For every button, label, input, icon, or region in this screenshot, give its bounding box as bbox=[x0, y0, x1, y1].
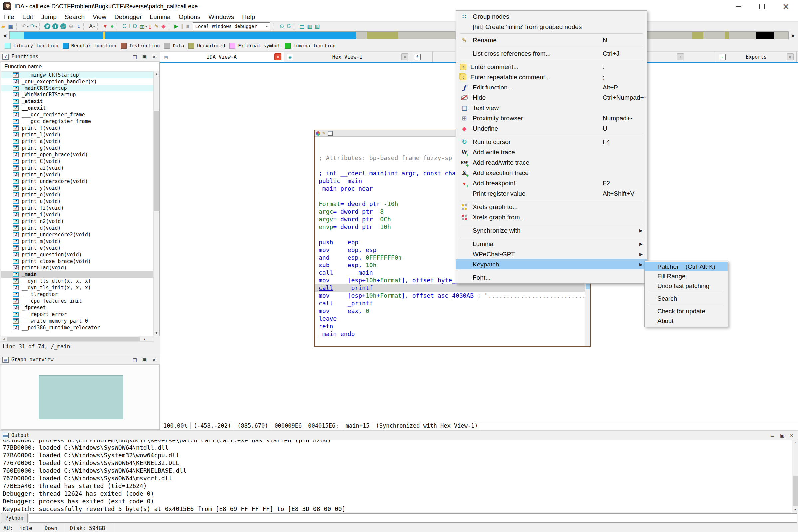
menu-item-text-view[interactable]: ▤Text view bbox=[456, 103, 647, 113]
function-row[interactable]: f_mainCRTStartup bbox=[1, 85, 160, 92]
tab-close-icon[interactable]: × bbox=[274, 53, 281, 60]
menu-item-proximity-browser[interactable]: ⊞Proximity browserNumpad+- bbox=[456, 113, 647, 124]
menu-item-undefine[interactable]: ◆UndefineU bbox=[456, 124, 647, 134]
maximize-button[interactable] bbox=[750, 0, 774, 13]
menu-edit[interactable]: Edit bbox=[18, 13, 37, 21]
function-row[interactable]: fprint_y(void) bbox=[1, 185, 160, 191]
step-into-icon[interactable]: ▤ bbox=[299, 24, 304, 29]
tab-Hex View-1[interactable]: ◉Hex View-1× bbox=[284, 52, 411, 62]
function-row[interactable]: fprint_question(void) bbox=[1, 251, 160, 258]
open-file-icon[interactable]: ▰ bbox=[1, 24, 5, 29]
menu-item-add-execution-trace[interactable]: XAdd execution trace bbox=[456, 168, 647, 178]
function-row[interactable]: fprint_g(void) bbox=[1, 145, 160, 151]
panel-button[interactable]: ▣ bbox=[780, 433, 784, 438]
navband-right-arrow[interactable]: ▶ bbox=[792, 33, 795, 38]
scroll-right-icon[interactable]: ▸ bbox=[142, 336, 147, 341]
function-row[interactable]: fprint_i(void) bbox=[1, 211, 160, 218]
python-button[interactable]: Python bbox=[1, 513, 27, 523]
submenu-item-patcher[interactable]: Patcher(Ctrl-Alt-K) bbox=[645, 262, 728, 271]
menu-lumina[interactable]: Lumina bbox=[146, 13, 174, 21]
redo-icon[interactable]: ↷ bbox=[30, 24, 35, 29]
disasm-line[interactable]: retn bbox=[319, 322, 585, 330]
panel-button[interactable]: ▣ bbox=[143, 54, 147, 59]
functions-panel-titlebar[interactable]: f Functions □▣× bbox=[0, 52, 161, 61]
function-row[interactable]: f___tlregdtor bbox=[1, 291, 160, 298]
function-row[interactable]: fprint_a2(void) bbox=[1, 165, 160, 171]
toolbar-chip-icon[interactable]: T bbox=[52, 23, 58, 29]
panel-button[interactable]: ▭ bbox=[771, 433, 775, 438]
menu-item-print-register-value[interactable]: Print register valueAlt+Shift+V bbox=[456, 188, 647, 198]
submenu-item-check-for-update[interactable]: Check for update bbox=[645, 306, 728, 316]
submenu-item-search[interactable]: Search bbox=[645, 294, 728, 303]
function-row[interactable]: f_WinMainCRTStartup bbox=[1, 92, 160, 98]
navband-left-arrow[interactable]: ◀ bbox=[3, 33, 6, 38]
scroll-up-icon[interactable]: ▴ bbox=[154, 71, 160, 77]
disasm-line[interactable]: call _printf bbox=[319, 300, 585, 307]
output-scroll-thumb[interactable] bbox=[793, 476, 798, 506]
menu-item-add-read-write-trace[interactable]: RWAdd read/write trace bbox=[456, 157, 647, 168]
disasm-line[interactable]: mov [esp+10h+Format], offset asc_4030AB … bbox=[319, 292, 585, 300]
undefine-tool-icon[interactable]: ◆ bbox=[162, 24, 165, 29]
panel-button[interactable]: ▣ bbox=[143, 357, 147, 362]
continue-icon[interactable]: G bbox=[286, 24, 291, 29]
function-row[interactable]: f___report_error bbox=[1, 311, 160, 318]
panel-button[interactable]: × bbox=[152, 357, 156, 362]
function-row[interactable]: fprint_open_brace(void) bbox=[1, 151, 160, 158]
menu-item-xrefs-graph-to[interactable]: Xrefs graph to... bbox=[456, 202, 647, 212]
close-button[interactable]: × bbox=[774, 0, 798, 13]
function-row[interactable]: f__onexit bbox=[1, 105, 160, 112]
disasm-line[interactable]: _main endp bbox=[319, 330, 585, 338]
function-row[interactable]: f__pei386_runtime_relocator bbox=[1, 324, 160, 331]
panel-button[interactable]: □ bbox=[133, 357, 137, 362]
jump-problem-icon[interactable]: ⊕ bbox=[69, 24, 73, 29]
menu-help[interactable]: Help bbox=[238, 13, 259, 21]
struct-icon[interactable]: ▦ bbox=[140, 24, 145, 29]
menu-item-font[interactable]: Font... bbox=[456, 272, 647, 283]
create-function-icon[interactable]: C bbox=[122, 24, 126, 29]
menu-item-edit-function[interactable]: ƒEdit function...Alt+P bbox=[456, 82, 647, 93]
save-icon[interactable]: ▣ bbox=[8, 24, 13, 29]
selection-icon[interactable]: ▯ bbox=[149, 24, 152, 29]
menu-search[interactable]: Search bbox=[61, 13, 89, 21]
ascii-string-icon[interactable]: A bbox=[89, 24, 93, 29]
menu-item-rename[interactable]: ✎RenameN bbox=[456, 35, 647, 45]
graph-overview-titlebar[interactable]: ▦ Graph overview □▣× bbox=[0, 355, 161, 365]
submenu-item-fill-range[interactable]: Fill Range bbox=[645, 271, 728, 281]
function-row[interactable]: fprint_underscore(void) bbox=[1, 178, 160, 185]
function-row[interactable]: f_atexit bbox=[1, 98, 160, 105]
marker-icon[interactable]: ▼ bbox=[103, 24, 108, 29]
stop-process-icon[interactable]: ■ bbox=[186, 24, 190, 29]
menu-item-synchronize-with[interactable]: Synchronize with▶ bbox=[456, 225, 647, 235]
dropdown-arrow-icon[interactable]: ▾ bbox=[146, 25, 147, 28]
submenu-item-about[interactable]: About bbox=[645, 316, 728, 326]
function-row[interactable]: f___gcc_register_frame bbox=[1, 112, 160, 118]
tab-blank[interactable]: 0 bbox=[411, 52, 433, 62]
menu-item-wpechat-gpt[interactable]: WPeChat-GPT▶ bbox=[456, 249, 647, 259]
output-scroll-down-icon[interactable]: ▾ bbox=[792, 507, 798, 512]
menu-item-add-breakpoint[interactable]: ●Add breakpointF2 bbox=[456, 178, 647, 188]
toolbar-chip-icon[interactable]: # bbox=[44, 23, 50, 29]
function-row[interactable]: fprint_close_brace(void) bbox=[1, 258, 160, 265]
function-row[interactable]: f___gcc_deregister_frame bbox=[1, 118, 160, 125]
menu-item-add-write-trace[interactable]: WAdd write trace bbox=[456, 147, 647, 157]
function-row[interactable]: fprint_d(void) bbox=[1, 225, 160, 231]
menu-item-group-nodes[interactable]: ∷Group nodes bbox=[456, 11, 647, 22]
menu-item-enter-repeatable-comment[interactable]: ;Enter repeatable comment...; bbox=[456, 72, 647, 82]
menu-item-hrt-create-inline-from-grouped-nodes[interactable]: [hrt] Create 'inline' from grouped nodes bbox=[456, 22, 647, 32]
graph-overview-thumbnail[interactable] bbox=[39, 375, 123, 419]
menu-item-list-cross-references-from[interactable]: List cross references from...Ctrl+J bbox=[456, 48, 647, 59]
function-row[interactable]: f___cpu_features_init bbox=[1, 298, 160, 304]
start-process-icon[interactable]: ▶ bbox=[174, 24, 179, 29]
pause-process-icon[interactable]: ∥ bbox=[181, 24, 184, 29]
functions-hscrollbar[interactable]: ◂ ▸ bbox=[1, 336, 154, 342]
lumina-pull-icon[interactable]: ● bbox=[111, 24, 114, 29]
instruction-icon[interactable]: I bbox=[129, 24, 130, 29]
menu-item-keypatch[interactable]: Keypatch▶ bbox=[456, 259, 647, 269]
function-row[interactable]: fprint_C(void) bbox=[1, 158, 160, 165]
function-row[interactable]: fprint_n(void) bbox=[1, 171, 160, 178]
data-icon[interactable]: O bbox=[133, 24, 137, 29]
dropdown-arrow-icon[interactable]: ▾ bbox=[27, 25, 29, 28]
menu-item-xrefs-graph-from[interactable]: Xrefs graph from... bbox=[456, 212, 647, 222]
menu-view[interactable]: View bbox=[89, 13, 110, 21]
function-row[interactable]: fprint_l(void) bbox=[1, 131, 160, 138]
